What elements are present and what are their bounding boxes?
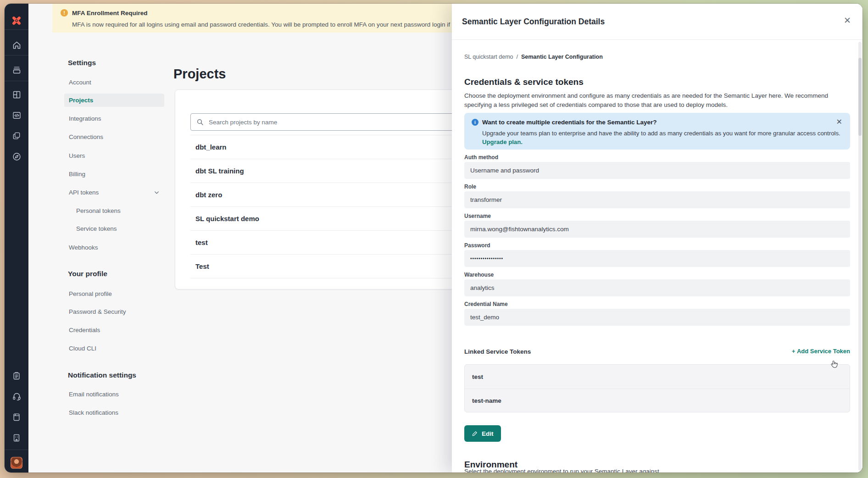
info-banner-title: Want to create multiple credentials for … bbox=[482, 119, 657, 126]
token-row[interactable]: test-name bbox=[465, 389, 850, 412]
nav-label: Connections bbox=[69, 133, 103, 140]
sidebar-item-password-security[interactable]: Password & Security bbox=[64, 305, 164, 318]
sidebar-item-home[interactable] bbox=[5, 37, 28, 53]
field-input-credential-name[interactable]: test_demo bbox=[464, 309, 850, 326]
sidebar-item-cloud-cli[interactable]: Cloud CLI bbox=[64, 342, 164, 355]
breadcrumb-parent[interactable]: SL quickstart demo bbox=[464, 54, 513, 60]
mfa-banner-title: MFA Enrollment Required bbox=[72, 10, 148, 17]
sidebar-item-email-notifications[interactable]: Email notifications bbox=[64, 388, 164, 401]
nav-label: Cloud CLI bbox=[69, 345, 96, 352]
environment-description: Select the deployment environment to run… bbox=[464, 468, 659, 472]
semantic-layer-panel: Semantic Layer Configuration Details ✕ S… bbox=[452, 4, 862, 472]
credentials-description: Choose the deployment environment and co… bbox=[464, 91, 850, 111]
nav-label: Personal profile bbox=[69, 290, 112, 297]
sidebar-item-users[interactable]: Users bbox=[64, 149, 164, 162]
info-icon: i bbox=[472, 119, 479, 126]
sidebar-item-docs[interactable] bbox=[5, 409, 28, 425]
token-name: test bbox=[472, 373, 483, 380]
sidebar-item-personal-tokens[interactable]: Personal tokens bbox=[64, 204, 164, 217]
sidebar-divider bbox=[5, 55, 28, 56]
project-row[interactable]: test bbox=[190, 231, 484, 255]
edit-button[interactable]: Edit bbox=[464, 425, 501, 442]
project-name: SL quickstart demo bbox=[195, 215, 259, 222]
sidebar-item-support[interactable] bbox=[5, 388, 28, 405]
plus-icon: + bbox=[792, 348, 796, 355]
sidebar-item-projects[interactable]: Projects bbox=[64, 94, 164, 107]
sidebar-divider bbox=[5, 81, 28, 81]
field-input-password[interactable]: •••••••••••••••• bbox=[464, 250, 850, 267]
user-avatar bbox=[11, 457, 22, 469]
nav-label: Personal tokens bbox=[76, 207, 121, 214]
project-name: test bbox=[195, 239, 208, 246]
nav-label: Billing bbox=[69, 171, 85, 178]
sidebar-item-dashboards[interactable] bbox=[5, 86, 28, 103]
search-icon bbox=[196, 118, 204, 126]
sidebar-item-account[interactable]: Account bbox=[64, 76, 164, 89]
notifications-nav-title: Notification settings bbox=[68, 371, 164, 379]
compass-icon bbox=[12, 152, 22, 161]
panel-scrollbar[interactable] bbox=[858, 42, 862, 471]
panel-close-icon[interactable]: ✕ bbox=[844, 16, 851, 25]
projects-card: dbt_learn dbt SL training dbt zero SL qu… bbox=[175, 89, 488, 289]
home-icon bbox=[12, 40, 22, 50]
building-icon bbox=[12, 433, 21, 442]
chevron-down-icon bbox=[154, 189, 160, 195]
field-input-role[interactable]: transformer bbox=[464, 191, 850, 208]
sidebar-item-integrations[interactable]: Integrations bbox=[64, 112, 164, 125]
nav-label: Slack notifications bbox=[69, 409, 118, 416]
linked-tokens-list: test test-name bbox=[464, 364, 850, 412]
add-service-token-button[interactable]: + Add Service Token bbox=[792, 348, 850, 355]
app-sidebar bbox=[5, 4, 28, 472]
nav-label: Password & Security bbox=[69, 308, 126, 315]
field-label-warehouse: Warehouse bbox=[464, 272, 494, 278]
clipboard-icon bbox=[12, 371, 21, 380]
code-editor-icon bbox=[12, 111, 22, 120]
field-input-username[interactable]: mirna.wong@fishtownanalytics.com bbox=[464, 221, 850, 238]
sidebar-item-webhooks[interactable]: Webhooks bbox=[64, 241, 164, 254]
sidebar-item-ide[interactable] bbox=[5, 107, 28, 123]
field-input-auth-method[interactable]: Username and password bbox=[464, 162, 850, 179]
copy-squares-icon bbox=[12, 131, 21, 140]
panel-header: Semantic Layer Configuration Details ✕ bbox=[452, 4, 862, 40]
sidebar-item-slack-notifications[interactable]: Slack notifications bbox=[64, 406, 164, 419]
field-label-credential-name: Credential Name bbox=[464, 301, 508, 307]
user-menu[interactable] bbox=[5, 455, 28, 471]
sidebar-item-billing[interactable]: Billing bbox=[64, 167, 164, 181]
project-row[interactable]: Test bbox=[190, 255, 484, 278]
sidebar-divider bbox=[5, 29, 28, 30]
nav-label: Service tokens bbox=[76, 225, 117, 232]
sidebar-item-clipboard[interactable] bbox=[5, 367, 28, 384]
sidebar-item-api-tokens[interactable]: API tokens bbox=[64, 186, 164, 199]
pencil-icon bbox=[472, 430, 478, 437]
sidebar-item-projects-switcher[interactable] bbox=[5, 128, 28, 144]
sidebar-item-service-tokens[interactable]: Service tokens bbox=[64, 222, 164, 235]
dbt-logo[interactable] bbox=[5, 13, 28, 28]
token-name: test-name bbox=[472, 397, 501, 404]
sidebar-item-deploy[interactable] bbox=[5, 61, 28, 78]
nav-label: Credentials bbox=[69, 327, 100, 333]
sidebar-item-changelog[interactable] bbox=[5, 429, 28, 446]
search-input[interactable] bbox=[208, 118, 478, 126]
token-row[interactable]: test bbox=[465, 365, 850, 389]
field-label-username: Username bbox=[464, 213, 491, 219]
projects-search[interactable] bbox=[190, 113, 484, 131]
sidebar-item-connections[interactable]: Connections bbox=[64, 130, 164, 144]
grid-icon bbox=[12, 90, 22, 100]
field-input-warehouse[interactable]: analytics bbox=[464, 279, 850, 296]
project-row[interactable]: dbt zero bbox=[190, 183, 484, 207]
linked-tokens-label: Linked Service Tokens bbox=[464, 348, 531, 355]
field-label-role: Role bbox=[464, 183, 476, 190]
sidebar-item-personal-profile[interactable]: Personal profile bbox=[64, 287, 164, 300]
project-row[interactable]: dbt_learn bbox=[190, 135, 484, 159]
project-row[interactable]: SL quickstart demo bbox=[190, 207, 484, 231]
nav-label: API tokens bbox=[69, 189, 99, 196]
sidebar-item-credentials[interactable]: Credentials bbox=[64, 323, 164, 337]
scrollbar-thumb bbox=[858, 58, 862, 136]
project-name: Test bbox=[195, 262, 209, 270]
info-banner-close-icon[interactable]: ✕ bbox=[836, 118, 842, 126]
credentials-section-title: Credentials & service tokens bbox=[464, 77, 584, 87]
project-row[interactable]: dbt SL training bbox=[190, 159, 484, 183]
projects-list: dbt_learn dbt SL training dbt zero SL qu… bbox=[190, 135, 484, 278]
upgrade-plan-link[interactable]: Upgrade plan. bbox=[482, 139, 523, 145]
sidebar-item-explore[interactable] bbox=[5, 148, 28, 165]
